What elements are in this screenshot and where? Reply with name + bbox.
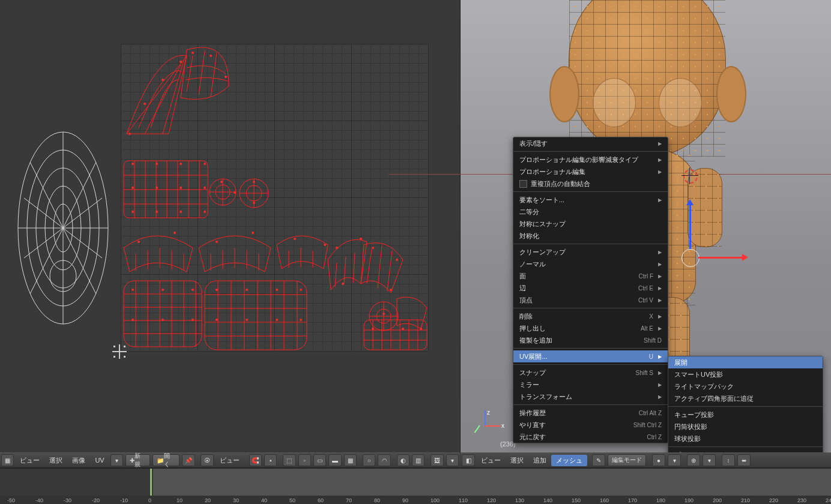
menu-view[interactable]: ビュー <box>15 456 44 465</box>
menu-item[interactable]: 表示/隠す▶ <box>513 137 668 149</box>
viewport-shading-dropdown-icon[interactable]: ▾ <box>668 454 681 466</box>
ruler-tick: 50 <box>289 497 295 503</box>
viewport-shading-icon[interactable]: ● <box>652 454 665 466</box>
ruler-tick: 150 <box>572 497 581 503</box>
snap-toggle-icon[interactable]: 🧲 <box>249 454 262 466</box>
ruler-tick: -10 <box>120 497 128 503</box>
image-browse-icon[interactable]: ▾ <box>110 454 123 466</box>
dope-timeline-region[interactable] <box>153 469 831 496</box>
ruler-tick: 230 <box>797 497 806 503</box>
ruler-tick: 10 <box>177 497 183 503</box>
dope-sheet[interactable]: -50-40-30-20-100102030405060708090100110… <box>0 468 831 504</box>
uv-select-sync-icon[interactable]: ⬚ <box>283 454 295 466</box>
menu-item[interactable]: 押し出しAlt E▶ <box>513 322 668 334</box>
ruler-tick: 90 <box>402 497 408 503</box>
svg-point-0 <box>18 132 108 324</box>
uv-face-select-icon[interactable]: ▬ <box>328 454 341 466</box>
menu-item[interactable]: 辺Ctrl E▶ <box>513 282 668 294</box>
pin-icon[interactable]: 📌 <box>182 454 195 466</box>
proportional-falloff-icon[interactable]: ◠ <box>378 454 390 466</box>
ruler-tick: 80 <box>374 497 380 503</box>
menu-item[interactable]: クリーンアップ▶ <box>513 246 668 258</box>
snap-target-icon[interactable]: ▪ <box>264 454 277 466</box>
menu-select[interactable]: 選択 <box>44 456 67 465</box>
menu-item[interactable]: 円筒状投影 <box>668 421 823 433</box>
menu-item[interactable]: 操作履歴Ctrl Alt Z <box>513 407 668 419</box>
menu-item[interactable]: 重複頂点の自動結合 <box>513 178 668 190</box>
new-image-button[interactable]: ✚ 新規 <box>125 454 150 466</box>
ruler-tick: 200 <box>713 497 722 503</box>
proportional-edit-icon[interactable]: ○ <box>363 454 375 466</box>
open-image-button[interactable]: 📁 開く <box>153 454 180 466</box>
menu-item[interactable]: 球状投影 <box>668 433 823 445</box>
menu-mesh-3d[interactable]: メッシュ <box>551 455 587 466</box>
menu-item[interactable]: 二等分 <box>513 206 668 218</box>
menu-item[interactable]: 削除X▶ <box>513 310 668 322</box>
menu-item[interactable]: プロポーショナル編集の影響減衰タイプ▶ <box>513 154 668 166</box>
menu-item[interactable]: キューブ投影 <box>668 409 823 421</box>
menu-item[interactable]: 対称化 <box>513 230 668 242</box>
pivot-label[interactable]: ビュー <box>215 456 244 465</box>
menu-item[interactable]: ノーマル▶ <box>513 258 668 270</box>
menu-item[interactable]: 要素をソート...▶ <box>513 194 668 206</box>
menu-item[interactable]: トランスフォーム▶ <box>513 391 668 403</box>
normalized-icon[interactable]: ▥ <box>412 454 425 466</box>
3d-cursor <box>681 167 698 184</box>
uv-editor-header[interactable]: ▦ ビュー 選択 画像 UV ▾ ✚ 新規 📁 開く 📌 ⦿ ビュー 🧲 ▪ ⬚… <box>0 452 460 468</box>
uv-image-editor[interactable]: // placeholder — grid drawn below via JS… <box>0 0 460 452</box>
menu-item[interactable]: 対称にスナップ <box>513 218 668 230</box>
svg-point-2 <box>36 168 90 288</box>
menu-add-3d[interactable]: 追加 <box>528 456 551 465</box>
svg-point-3 <box>45 186 81 270</box>
menu-uv[interactable]: UV <box>90 457 109 464</box>
uv-vertex-select-icon[interactable]: ▫ <box>298 454 311 466</box>
pivot-mode-icon[interactable]: ⦿ <box>201 454 213 466</box>
menu-item[interactable]: 複製を追加Shift D <box>513 334 668 346</box>
main-area: // placeholder — grid drawn below via JS… <box>0 0 831 452</box>
menu-item[interactable]: 展開 <box>668 356 823 368</box>
mode-icon[interactable]: ✎ <box>592 454 605 466</box>
ruler-tick: 170 <box>628 497 637 503</box>
svg-point-1 <box>27 150 99 306</box>
manipulator-toggle-icon[interactable]: ↕ <box>722 454 735 466</box>
menu-item[interactable]: アクティブ四角形面に追従 <box>668 392 823 404</box>
menu-item[interactable]: やり直すShift Ctrl Z <box>513 419 668 431</box>
ruler-tick: 160 <box>600 497 609 503</box>
menu-item[interactable]: スナップShift S▶ <box>513 367 668 379</box>
svg-point-4 <box>53 204 73 252</box>
menu-item[interactable]: UV展開...U▶ <box>513 350 668 362</box>
transform-orient-icon[interactable]: ⬌ <box>737 454 751 466</box>
pivot-center-icon[interactable]: ⊕ <box>687 454 700 466</box>
menu-item[interactable]: 頂点Ctrl V▶ <box>513 294 668 306</box>
timeline-ruler[interactable]: -50-40-30-20-100102030405060708090100110… <box>0 496 831 504</box>
ruler-tick: 0 <box>148 497 151 503</box>
live-unwrap-icon[interactable]: ◐ <box>397 454 409 466</box>
menu-item[interactable]: スマートUV投影 <box>668 368 823 380</box>
3dview-header[interactable]: ◧ ビュー 選択 追加 メッシュ ✎ 編集モード ● ▾ ⊕ ▾ ↕ ⬌ <box>461 452 831 468</box>
menu-image[interactable]: 画像 <box>67 456 90 465</box>
ruler-tick: -40 <box>35 497 43 503</box>
editor-type-icon[interactable]: ▦ <box>1 454 14 466</box>
menu-select-3d[interactable]: 選択 <box>506 456 528 465</box>
uv-island-select-icon[interactable]: ▦ <box>344 454 357 466</box>
transform-manipulator[interactable] <box>681 249 718 285</box>
channels-icon[interactable]: ▾ <box>446 454 459 466</box>
playhead[interactable] <box>150 469 152 496</box>
menu-item[interactable]: ミラー▶ <box>513 379 668 391</box>
ruler-tick: 30 <box>233 497 239 503</box>
mode-dropdown[interactable]: 編集モード <box>608 454 646 466</box>
menu-item[interactable]: 元に戻すCtrl Z <box>513 431 668 443</box>
menu-item[interactable]: ライトマップパック <box>668 380 823 392</box>
mesh-context-menu[interactable]: 表示/隠す▶プロポーショナル編集の影響減衰タイプ▶プロポーショナル編集▶重複頂点… <box>513 137 668 443</box>
ruler-tick: 110 <box>459 497 468 503</box>
render-result-icon[interactable]: 🖼 <box>431 454 443 466</box>
editor-type-icon[interactable]: ◧ <box>462 454 475 466</box>
menu-item[interactable]: プロポーショナル編集▶ <box>513 166 668 178</box>
menu-item[interactable]: 面Ctrl F▶ <box>513 270 668 282</box>
ruler-tick: 70 <box>346 497 352 503</box>
pivot-dropdown-icon[interactable]: ▾ <box>703 454 716 466</box>
ruler-tick: 130 <box>515 497 524 503</box>
ruler-tick: -50 <box>7 497 15 503</box>
menu-view-3d[interactable]: ビュー <box>476 456 506 465</box>
uv-edge-select-icon[interactable]: ▭ <box>313 454 326 466</box>
